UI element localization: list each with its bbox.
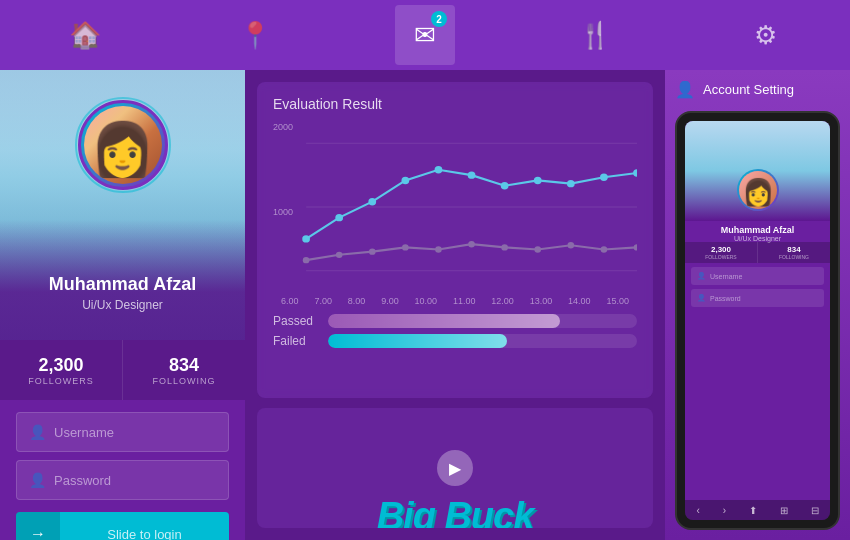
svg-point-16 (369, 248, 376, 254)
username-icon: 👤 (29, 424, 46, 440)
x-label-8: 8.00 (348, 296, 366, 306)
phone-nav-forward[interactable]: › (723, 505, 726, 516)
media-card: Big Buck ▶ (257, 408, 653, 528)
svg-point-23 (601, 246, 608, 252)
profile-name: Muhammad Afzal (0, 274, 245, 295)
followers-count: 2,300 (38, 355, 83, 376)
phone-nav-bookmark[interactable]: ⊞ (780, 505, 788, 516)
nav-home[interactable]: 🏠 (55, 5, 115, 65)
svg-point-9 (501, 182, 509, 189)
login-form: 👤 👤 → Slide to login (0, 400, 245, 540)
phone-username-icon: 👤 (697, 272, 706, 280)
svg-point-13 (633, 169, 637, 176)
passed-bar (328, 314, 637, 328)
svg-point-18 (435, 246, 442, 252)
following-stat: 834 FOLLOWING (123, 340, 245, 400)
x-label-11: 11.00 (453, 296, 476, 306)
right-panel: 👤 Account Setting Muhammad Afzal Ui/Ux D… (665, 70, 850, 540)
nav-settings[interactable]: ⚙ (735, 5, 795, 65)
phone-nav-share[interactable]: ⬆ (749, 505, 757, 516)
password-group: 👤 (16, 460, 229, 500)
passed-legend-row: Passed (273, 314, 637, 328)
followers-label: FOLLOWERS (28, 376, 94, 386)
phone-followers-label: FOLLOWERS (687, 254, 755, 260)
failed-bar (328, 334, 637, 348)
phone-followers: 2,300 FOLLOWERS (685, 242, 758, 263)
failed-label: Failed (273, 334, 318, 348)
nav-mail[interactable]: ✉ 2 (395, 5, 455, 65)
profile-card: Muhammad Afzal Ui/Ux Designer (0, 70, 245, 340)
avatar-image (84, 106, 162, 184)
phone-inputs: 👤 Username 👤 Password (685, 263, 830, 500)
play-button[interactable]: ▶ (437, 450, 473, 486)
svg-point-22 (568, 242, 575, 248)
main-content: Muhammad Afzal Ui/Ux Designer 2,300 FOLL… (0, 70, 850, 540)
avatar (78, 100, 168, 190)
chart-title: Evaluation Result (273, 96, 637, 112)
svg-point-12 (600, 174, 608, 181)
svg-point-21 (534, 246, 541, 252)
username-input[interactable] (54, 425, 222, 440)
slide-to-login-button[interactable]: → Slide to login (16, 512, 229, 540)
phone-profile-role: Ui/Ux Designer (685, 235, 830, 242)
passed-label: Passed (273, 314, 318, 328)
top-navigation: 🏠 📍 ✉ 2 🍴 ⚙ (0, 0, 850, 70)
x-label-13: 13.00 (530, 296, 553, 306)
failed-bar-fill (328, 334, 507, 348)
nav-location[interactable]: 📍 (225, 5, 285, 65)
svg-point-14 (303, 257, 310, 263)
x-label-12: 12.00 (491, 296, 514, 306)
chart-legend: Passed Failed (273, 314, 637, 348)
x-label-14: 14.00 (568, 296, 591, 306)
x-label-15: 15.00 (606, 296, 629, 306)
svg-point-11 (567, 180, 575, 187)
svg-point-8 (468, 171, 476, 178)
phone-following-label: FOLLOWING (760, 254, 828, 260)
phone-avatar (737, 169, 779, 211)
svg-point-5 (368, 198, 376, 205)
chart-svg (273, 122, 637, 292)
svg-point-3 (302, 235, 310, 242)
nav-food[interactable]: 🍴 (565, 5, 625, 65)
svg-point-15 (336, 252, 343, 258)
media-title: Big Buck (257, 495, 653, 528)
svg-point-4 (335, 214, 343, 221)
username-group: 👤 (16, 412, 229, 452)
password-input[interactable] (54, 473, 222, 488)
x-label-10: 10.00 (415, 296, 438, 306)
followers-stat: 2,300 FOLLOWERS (0, 340, 123, 400)
x-label-7: 7.00 (314, 296, 332, 306)
svg-point-19 (468, 241, 475, 247)
phone-username-row: 👤 Username (691, 267, 824, 285)
chart-x-labels: 6.00 7.00 8.00 9.00 10.00 11.00 12.00 13… (273, 296, 637, 306)
y-label-1000: 1000 (273, 207, 293, 217)
password-icon: 👤 (29, 472, 46, 488)
failed-legend-row: Failed (273, 334, 637, 348)
phone-following: 834 FOLLOWING (758, 242, 830, 263)
account-header: 👤 Account Setting (675, 80, 840, 99)
phone-password-placeholder: Password (710, 295, 741, 302)
svg-point-6 (402, 177, 410, 184)
phone-nav-back[interactable]: ‹ (696, 505, 699, 516)
x-label-9: 9.00 (381, 296, 399, 306)
svg-point-24 (634, 244, 637, 250)
media-title-line1: Big Buck (257, 495, 653, 528)
phone-mockup: Muhammad Afzal Ui/Ux Designer 2,300 FOLL… (675, 111, 840, 530)
passed-bar-fill (328, 314, 560, 328)
center-panel: Evaluation Result 2000 1000 (245, 70, 665, 540)
slide-arrow-icon: → (16, 512, 60, 540)
account-icon: 👤 (675, 80, 695, 99)
phone-profile-bg (685, 121, 830, 221)
phone-password-row: 👤 Password (691, 289, 824, 307)
phone-following-count: 834 (760, 245, 828, 254)
phone-password-icon: 👤 (697, 294, 706, 302)
phone-bottom-nav: ‹ › ⬆ ⊞ ⊟ (685, 500, 830, 520)
phone-username-placeholder: Username (710, 273, 742, 280)
svg-point-20 (501, 244, 508, 250)
phone-screen: Muhammad Afzal Ui/Ux Designer 2,300 FOLL… (685, 121, 830, 520)
phone-nav-menu[interactable]: ⊟ (811, 505, 819, 516)
mail-badge: 2 (431, 11, 447, 27)
evaluation-chart-card: Evaluation Result 2000 1000 (257, 82, 653, 398)
phone-avatar-image (739, 171, 777, 209)
slide-label: Slide to login (60, 527, 229, 541)
